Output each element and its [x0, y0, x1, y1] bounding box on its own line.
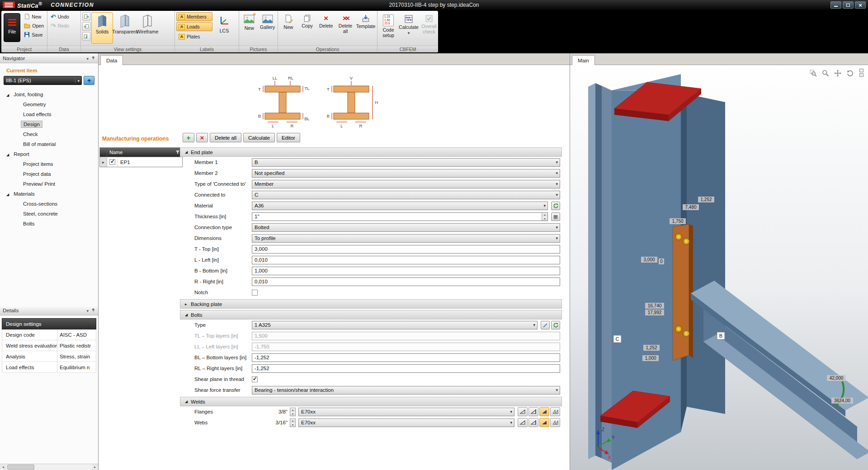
connected-type-select[interactable]: Member [252, 180, 560, 188]
pin-icon[interactable] [91, 56, 95, 60]
flange-weld-material-select[interactable]: E70xx [298, 408, 514, 416]
zoom-extents-button[interactable] [809, 69, 818, 78]
spin-down-icon[interactable] [290, 412, 295, 416]
scroll-left-button[interactable]: ◂ [0, 464, 6, 470]
dimensions-select[interactable]: To profile [252, 234, 560, 243]
weld-type-fillet-rear-icon[interactable] [528, 418, 538, 427]
spin-down-icon[interactable] [290, 423, 295, 427]
operation-template-button[interactable]: Template [356, 12, 376, 44]
horizontal-scrollbar[interactable]: ◂ ▸ [0, 464, 98, 470]
tl-top-layers-input[interactable] [252, 332, 560, 340]
operation-delete-button[interactable]: × Delete [317, 12, 335, 44]
notch-checkbox[interactable] [252, 290, 258, 296]
spin-up-icon[interactable] [542, 213, 547, 217]
weld-type-fillet-icon[interactable] [518, 407, 528, 416]
web-weld-material-select[interactable]: E70xx [298, 418, 514, 427]
thickness-table-button[interactable] [551, 212, 560, 221]
delete-all-button[interactable]: Delete all [210, 133, 241, 142]
shear-force-transfer-select[interactable]: Bearing - tension/shear interaction [252, 386, 560, 395]
overall-check-button[interactable]: Overall check [420, 12, 438, 44]
bolt-edit-button[interactable] [541, 321, 550, 329]
spin-up-icon[interactable] [290, 408, 295, 412]
labels-loads-toggle[interactable]: Loads [176, 22, 212, 31]
tree-item-cross-sections[interactable]: Cross-sections [4, 199, 94, 209]
material-select[interactable]: A36 [252, 202, 548, 210]
expander-icon[interactable] [6, 92, 9, 97]
connection-type-select[interactable]: Bolted [252, 223, 560, 232]
open-project-button[interactable]: Open [22, 21, 46, 30]
calculate-button[interactable]: Calculate [243, 133, 275, 142]
minimize-button[interactable] [830, 1, 841, 9]
view-preset-button[interactable] [859, 73, 863, 77]
pin-icon[interactable] [91, 308, 95, 312]
tree-item-project-data[interactable]: Project data [4, 169, 94, 179]
flange-weld-size[interactable]: 3/8" [252, 409, 290, 414]
operation-new-button[interactable]: New [279, 12, 297, 44]
current-item-dropdown[interactable]: IIB-1 (EPS) [4, 76, 82, 85]
labels-members-toggle[interactable]: Members [176, 12, 212, 21]
panel-menu-icon[interactable] [86, 308, 89, 313]
view-solids-button[interactable]: Solids [91, 12, 113, 44]
scrollbar-track[interactable] [6, 464, 92, 470]
weld-type-double-fillet-icon[interactable] [539, 418, 549, 427]
thickness-spinner[interactable] [542, 213, 547, 221]
calculate-button[interactable]: Calculate [399, 12, 419, 44]
b-bottom-input[interactable] [252, 267, 560, 275]
close-button[interactable] [855, 1, 866, 9]
labels-plates-toggle[interactable]: Plates [176, 32, 212, 41]
tree-item-design[interactable]: Design [4, 119, 94, 129]
orbit-button[interactable] [845, 69, 854, 78]
bl-bottom-layers-input[interactable] [252, 353, 560, 362]
member-1-select[interactable]: B [252, 158, 560, 167]
scroll-right-button[interactable]: ▸ [92, 464, 98, 470]
operation-enabled-checkbox[interactable] [109, 159, 115, 165]
maximize-button[interactable] [843, 1, 854, 9]
redo-button[interactable]: Redo [49, 21, 71, 30]
pan-button[interactable] [833, 69, 842, 78]
connected-to-select[interactable]: C [252, 191, 560, 199]
tree-item-project-items[interactable]: Project items [4, 159, 94, 169]
view-wireframe-button[interactable]: Wireframe [137, 12, 158, 44]
thickness-input[interactable] [252, 212, 548, 221]
weld-type-butt-icon[interactable] [550, 407, 560, 416]
code-setup-button[interactable]: 1.15 1.50 25.8 Code setup [379, 12, 398, 44]
web-weld-size[interactable]: 3/16" [252, 420, 290, 425]
spin-down-icon[interactable] [542, 216, 547, 221]
material-sync-button[interactable] [551, 202, 560, 210]
spin-up-icon[interactable] [290, 419, 295, 423]
tree-item-joint-footing[interactable]: Joint, footing [4, 89, 94, 99]
tab-main[interactable]: Main [572, 55, 595, 65]
save-project-button[interactable]: Save [22, 30, 46, 39]
file-button[interactable]: File [4, 13, 20, 42]
zoom-button[interactable] [821, 69, 830, 78]
web-weld-spinner[interactable] [290, 418, 296, 427]
tree-item-steel-concrete[interactable]: Steel, concrete [4, 209, 94, 219]
panel-menu-icon[interactable] [86, 56, 89, 61]
tree-item-geometry[interactable]: Geometry [4, 99, 94, 109]
paste-view-icon-button[interactable] [82, 22, 90, 31]
view-transparent-button[interactable]: Transparent [114, 12, 136, 44]
section-welds[interactable]: Welds [180, 397, 562, 406]
new-project-button[interactable]: New [22, 12, 46, 21]
weld-type-fillet-icon[interactable] [518, 418, 528, 427]
tree-item-bolts[interactable]: Bolts [4, 219, 94, 229]
r-right-input[interactable] [252, 277, 560, 286]
section-bolts[interactable]: Bolts [180, 310, 562, 320]
filter-icon[interactable] [175, 150, 180, 155]
t-top-input[interactable] [252, 245, 560, 254]
bolt-sync-button[interactable] [551, 321, 560, 329]
flange-weld-spinner[interactable] [290, 408, 296, 416]
reset-view-icon-button[interactable] [82, 32, 90, 41]
undo-button[interactable]: Undo [49, 12, 71, 21]
l-left-input[interactable] [252, 256, 560, 264]
delete-operation-button[interactable] [196, 133, 208, 142]
viewport-3d[interactable]: 1,252 7,480 1,750 3,000 0 16,740 17,992 … [570, 65, 868, 470]
add-item-button[interactable] [84, 76, 94, 85]
tab-data[interactable]: Data [100, 55, 123, 65]
tree-item-check[interactable]: Check [4, 129, 94, 139]
add-operation-button[interactable] [183, 133, 194, 142]
expander-icon[interactable] [6, 151, 9, 157]
scrollbar-thumb[interactable] [7, 465, 34, 470]
ll-left-layers-input[interactable] [252, 343, 560, 351]
expander-icon[interactable] [6, 191, 9, 197]
